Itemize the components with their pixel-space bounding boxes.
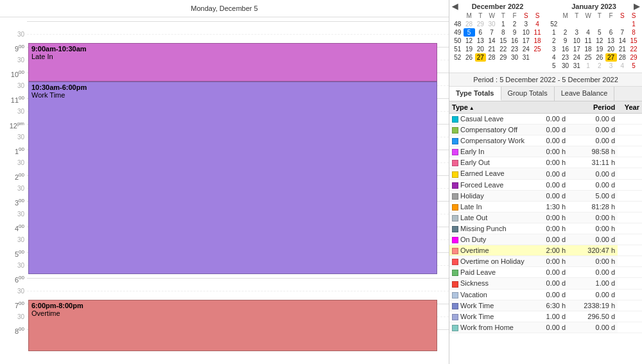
mini-cal-day[interactable]: 2 [509,20,521,28]
mini-cal-day[interactable]: 21 [617,45,629,53]
mini-cal-day[interactable]: 1 [582,62,594,70]
mini-cal-day[interactable]: 12 [594,37,605,45]
mini-cal-day[interactable]: 18 [532,37,543,45]
weekday-header: S [532,12,543,20]
mini-cal-day[interactable]: 20 [605,45,617,53]
tab-leave-balance[interactable]: Leave Balance [555,87,615,101]
mini-cal-day[interactable]: 26 [464,53,475,62]
type-color-dot [452,160,458,166]
week-number: 52 [548,20,560,28]
data-table-wrap[interactable]: Type▲ Period Year Casual Leave 0.00 d 0.… [449,101,642,364]
hour-label: 200 [0,171,449,184]
mini-cal-day[interactable]: 9 [560,37,571,45]
mini-cal-day[interactable]: 2 [594,62,605,70]
mini-cal-day[interactable]: 16 [560,45,571,53]
mini-cal-day[interactable]: 29 [628,53,639,62]
mini-cal-day[interactable]: 15 [628,37,639,45]
time-text: 1100 [0,94,27,104]
mini-cal-day[interactable]: 28 [617,53,629,62]
mini-cal-day[interactable]: 25 [532,45,543,53]
weekday-header: W [486,12,498,20]
mini-cal-day[interactable]: 29 [475,20,487,28]
mini-cal-day[interactable]: 5 [594,28,605,37]
mini-cal-day[interactable] [582,20,594,28]
mini-cal-day[interactable]: 19 [464,45,475,53]
type-period: 0.00 d [544,322,574,333]
mini-cal-day[interactable]: 25 [582,53,594,62]
mini-cal-day[interactable]: 9 [509,28,521,37]
mini-cal-day[interactable]: 24 [521,45,532,53]
mini-cal-day[interactable]: 15 [498,37,509,45]
mini-cal-day[interactable] [617,20,629,28]
mini-cal-day[interactable]: 21 [486,45,498,53]
calendar-body[interactable]: 30 900 30 1000 30 1100 30 12pm 30 100 30 [0,17,449,364]
mini-cal-day[interactable]: 4 [582,28,594,37]
mini-cal-day[interactable]: 31 [571,62,583,70]
mini-cal-day[interactable]: 24 [571,53,583,62]
mini-cal-day[interactable]: 6 [475,28,487,37]
december-calendar[interactable]: ◀December 2022MTWTFSS4828293012344956789… [449,3,546,70]
mini-cal-day[interactable]: 30 [509,53,521,62]
mini-cal-day[interactable]: 7 [617,28,629,37]
mini-cal-day[interactable]: 8 [498,28,509,37]
mini-cal-day[interactable]: 10 [521,28,532,37]
mini-cal-day[interactable]: 6 [605,28,617,37]
mini-cal-day[interactable]: 26 [594,53,605,62]
mini-cal-day[interactable]: 17 [521,37,532,45]
mini-cal-day[interactable]: 28 [486,53,498,62]
mini-cal-day[interactable]: 27 [605,53,617,62]
type-label: Late Out [449,212,544,223]
mini-cal-day[interactable]: 3 [521,20,532,28]
mini-cal-day[interactable] [571,20,583,28]
prev-month-arrow[interactable]: ◀ [452,2,458,11]
mini-cal-day[interactable]: 23 [560,53,571,62]
mini-cal-day[interactable]: 4 [617,62,629,70]
mini-cal-day[interactable]: 14 [486,37,498,45]
type-label: Holiday [449,190,544,201]
hour-label: 800 [0,325,449,338]
next-month-arrow[interactable]: ▶ [634,2,639,11]
mini-cal-day[interactable]: 3 [605,62,617,70]
mini-cal-day[interactable]: 10 [571,37,583,45]
mini-cal-day[interactable]: 1 [498,20,509,28]
half-line [27,111,449,112]
mini-cal-day[interactable]: 30 [560,62,571,70]
mini-cal-day[interactable]: 5 [628,62,639,70]
mini-cal-day[interactable]: 29 [498,53,509,62]
tab-group-totals[interactable]: Group Totals [501,87,555,101]
mini-cal-day[interactable]: 12 [464,37,475,45]
mini-cal-day[interactable]: 17 [571,45,583,53]
mini-cal-day[interactable]: 14 [617,37,629,45]
mini-cal-day[interactable]: 7 [486,28,498,37]
mini-cal-day[interactable]: 13 [605,37,617,45]
mini-cal-day[interactable] [594,20,605,28]
mini-cal-day[interactable]: 30 [486,20,498,28]
mini-cal-day[interactable]: 11 [532,28,543,37]
mini-cal-day[interactable]: 16 [509,37,521,45]
mini-cal-day[interactable]: 22 [498,45,509,53]
week-num-header [548,12,560,20]
mini-cal-day[interactable] [605,20,617,28]
mini-cal-day[interactable]: 22 [628,45,639,53]
mini-cal-day[interactable] [532,53,543,62]
january-calendar[interactable]: January 2023▶MTWTFSS52112345678291011121… [546,3,642,70]
mini-cal-day[interactable]: 19 [594,45,605,53]
mini-cal-day[interactable]: 13 [475,37,487,45]
mini-cal-day[interactable]: 1 [628,20,639,28]
mini-cal-day[interactable]: 28 [464,20,475,28]
mini-cal-day[interactable]: 5 [464,28,475,37]
mini-cal-day[interactable]: 31 [521,53,532,62]
mini-cal-day[interactable]: 23 [509,45,521,53]
half-time-text: 30 [0,82,27,89]
mini-cal-day[interactable]: 4 [532,20,543,28]
mini-cal-week: 521 [548,20,639,28]
mini-cal-day[interactable]: 27 [475,53,487,62]
mini-cal-day[interactable]: 11 [582,37,594,45]
mini-cal-day[interactable]: 20 [475,45,487,53]
mini-cal-day[interactable] [560,20,571,28]
mini-cal-day[interactable]: 2 [560,28,571,37]
mini-cal-day[interactable]: 8 [628,28,639,37]
mini-cal-day[interactable]: 18 [582,45,594,53]
mini-cal-day[interactable]: 3 [571,28,583,37]
tab-type-totals[interactable]: Type Totals [449,87,501,101]
